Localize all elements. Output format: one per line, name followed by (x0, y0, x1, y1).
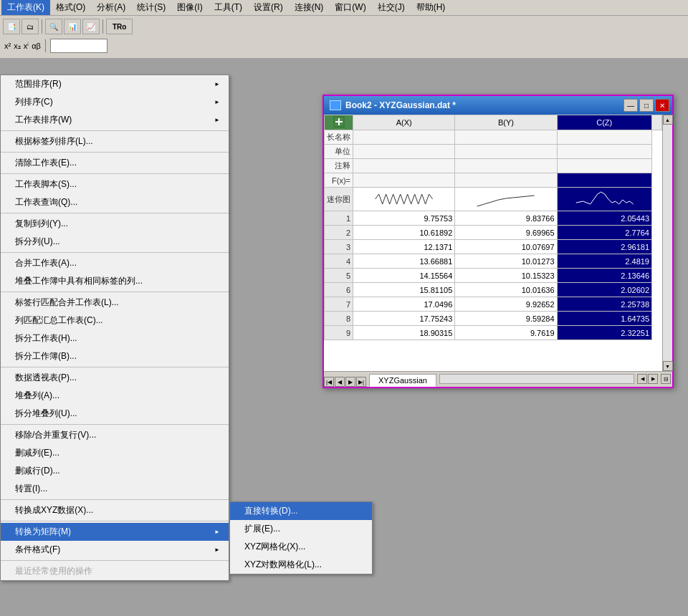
menu-format[interactable]: 格式(O) (50, 0, 91, 15)
menu-item-stack-col[interactable]: 堆叠列(A)... (1, 387, 229, 405)
scrollbar-horizontal[interactable] (439, 374, 634, 384)
col-header-c[interactable]: C(Z) (557, 115, 651, 130)
menu-connect[interactable]: 连接(N) (289, 0, 330, 15)
col-header-b[interactable]: B(Y) (455, 115, 557, 130)
menu-analysis[interactable]: 分析(A) (91, 0, 131, 15)
menu-item-split-stack[interactable]: 拆分堆叠列(U)... (1, 405, 229, 423)
menu-item-sheet-script[interactable]: 工作表脚本(S)... (1, 175, 229, 193)
meta-a-longname[interactable] (353, 130, 455, 145)
tab-last-button[interactable]: ▶| (356, 377, 366, 387)
cell-1-c[interactable]: 2.05443 (557, 211, 651, 226)
menu-tools[interactable]: 工具(T) (209, 0, 248, 15)
menu-item-col-sort[interactable]: 列排序(C) ► (1, 93, 229, 111)
scrollbar-vertical[interactable]: ▲ ▼ (662, 115, 672, 371)
cell-7-a[interactable]: 17.0496 (353, 297, 455, 312)
corner-resize[interactable]: ⊟ (661, 374, 671, 384)
cell-3-c[interactable]: 2.96181 (557, 240, 651, 254)
minimize-button[interactable]: — (624, 99, 638, 112)
menu-item-sheet-sort[interactable]: 工作表排序(W) ► (1, 111, 229, 129)
menu-item-pivot[interactable]: 数据透视表(P)... (1, 369, 229, 387)
menu-image[interactable]: 图像(I) (171, 0, 208, 15)
cell-4-a[interactable]: 13.66881 (353, 254, 455, 269)
menu-help[interactable]: 帮助(H) (411, 0, 452, 15)
toolbar-icon-2[interactable]: 🗂 (22, 19, 39, 34)
submenu-direct[interactable]: 直接转换(D)... (230, 502, 372, 520)
submenu-xyz-grid[interactable]: XYZ网格化(X)... (230, 538, 372, 556)
meta-c-longname[interactable] (557, 130, 651, 145)
menu-worksheet[interactable]: 工作表(K) (1, 0, 50, 15)
menu-statistics[interactable]: 统计(S) (131, 0, 171, 15)
meta-c-comment[interactable] (557, 159, 651, 173)
menu-item-stack-workbook[interactable]: 堆叠工作簿中具有相同标签的列... (1, 272, 229, 290)
cell-1-a[interactable]: 9.75753 (353, 211, 455, 226)
tab-next-button[interactable]: ▶ (345, 377, 355, 387)
menu-item-sheet-query[interactable]: 工作表查询(Q)... (1, 193, 229, 211)
formula-input[interactable] (50, 39, 108, 53)
cell-3-b[interactable]: 10.07697 (455, 240, 557, 254)
new-col-icon[interactable] (333, 116, 345, 127)
menu-item-split-col[interactable]: 拆分列(U)... (1, 233, 229, 251)
cell-6-b[interactable]: 10.01636 (455, 283, 557, 297)
menu-settings[interactable]: 设置(R) (248, 0, 289, 15)
cell-9-b[interactable]: 9.7619 (455, 326, 557, 340)
meta-b-longname[interactable] (455, 130, 557, 145)
meta-a-unit[interactable] (353, 145, 455, 159)
cell-7-b[interactable]: 9.92652 (455, 297, 557, 312)
menu-item-split-workbook[interactable]: 拆分工作簿(B)... (1, 347, 229, 365)
cell-9-c[interactable]: 2.32251 (557, 326, 651, 340)
menu-item-copy-to-col[interactable]: 复制到列(Y)... (1, 215, 229, 233)
cell-2-a[interactable]: 10.61892 (353, 226, 455, 240)
col-header-a[interactable]: A(X) (353, 115, 455, 130)
sheet-tab-xyzgaussian[interactable]: XYZGaussian (369, 374, 436, 387)
toolbar-icon-4[interactable]: 📊 (64, 19, 81, 34)
cell-6-a[interactable]: 15.81105 (353, 283, 455, 297)
scroll-left-button[interactable]: ◀ (637, 374, 647, 384)
meta-a-fx[interactable] (353, 173, 455, 188)
cell-2-b[interactable]: 9.69965 (455, 226, 557, 240)
menu-social[interactable]: 社交(J) (372, 0, 411, 15)
meta-c-fx[interactable] (557, 173, 651, 188)
scroll-down-button[interactable]: ▼ (663, 361, 673, 371)
menu-item-remove-dup[interactable]: 移除/合并重复行(V)... (1, 426, 229, 444)
cell-1-b[interactable]: 9.83766 (455, 211, 557, 226)
menu-window[interactable]: 窗口(W) (329, 0, 371, 15)
submenu-xyz-log-grid[interactable]: XYZ对数网格化(L)... (230, 556, 372, 574)
menu-item-clear-sheet[interactable]: 清除工作表(E)... (1, 154, 229, 172)
maximize-button[interactable]: □ (639, 99, 654, 112)
menu-item-to-matrix[interactable]: 转换为矩阵(M) ► (1, 523, 229, 541)
cell-8-c[interactable]: 1.64735 (557, 312, 651, 326)
cell-5-a[interactable]: 14.15564 (353, 269, 455, 283)
meta-b-fx[interactable] (455, 173, 557, 188)
menu-item-tag-merge[interactable]: 标签行匹配合并工作表(L)... (1, 294, 229, 312)
meta-b-unit[interactable] (455, 145, 557, 159)
scroll-up-button[interactable]: ▲ (663, 115, 673, 125)
menu-item-conditional[interactable]: 条件格式(F) ► (1, 541, 229, 559)
tab-prev-button[interactable]: ◀ (335, 377, 345, 387)
menu-item-to-xyz[interactable]: 转换成XYZ数据(X)... (1, 501, 229, 519)
cell-7-c[interactable]: 2.25738 (557, 297, 651, 312)
meta-b-comment[interactable] (455, 159, 557, 173)
meta-a-comment[interactable] (353, 159, 455, 173)
cell-4-c[interactable]: 2.4819 (557, 254, 651, 269)
menu-item-reduce-row[interactable]: 删减行(D)... (1, 462, 229, 480)
menu-item-reduce-col[interactable]: 删减列(E)... (1, 444, 229, 462)
menu-item-range-sort[interactable]: 范围排序(R) ► (1, 75, 229, 93)
cell-3-a[interactable]: 12.1371 (353, 240, 455, 254)
meta-c-unit[interactable] (557, 145, 651, 159)
cell-4-b[interactable]: 10.01273 (455, 254, 557, 269)
toolbar-icon-5[interactable]: 📈 (82, 19, 100, 34)
menu-item-merge-sheet[interactable]: 合并工作表(A)... (1, 254, 229, 272)
cell-8-a[interactable]: 17.75243 (353, 312, 455, 326)
cell-9-a[interactable]: 18.90315 (353, 326, 455, 340)
menu-item-transpose[interactable]: 转置(I)... (1, 480, 229, 498)
cell-5-b[interactable]: 10.15323 (455, 269, 557, 283)
menu-item-split-sheet[interactable]: 拆分工作表(H)... (1, 329, 229, 347)
toolbar-icon-1[interactable]: 📑 (3, 19, 20, 34)
scroll-right-button[interactable]: ▶ (648, 374, 658, 384)
menu-item-col-match[interactable]: 列匹配汇总工作表(C)... (1, 312, 229, 329)
close-button[interactable]: ✕ (655, 99, 669, 112)
cell-5-c[interactable]: 2.13646 (557, 269, 651, 283)
submenu-expand[interactable]: 扩展(E)... (230, 520, 372, 538)
cell-6-c[interactable]: 2.02602 (557, 283, 651, 297)
menu-item-label-sort[interactable]: 根据标签列排序(L)... (1, 133, 229, 150)
